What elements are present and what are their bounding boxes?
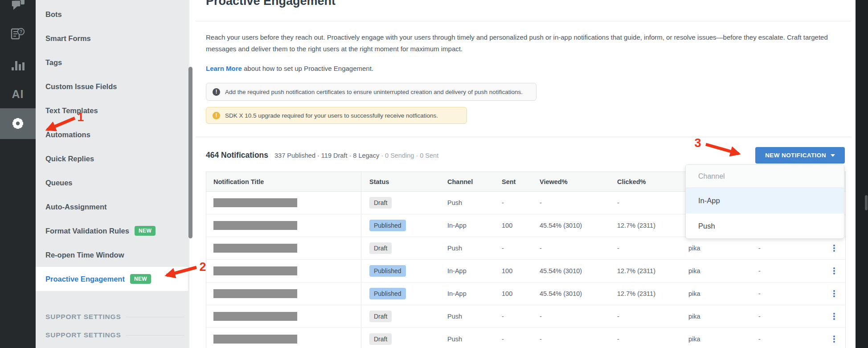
cell-creator: pika — [688, 313, 700, 320]
table-row[interactable]: DraftPush---pika- — [206, 237, 845, 260]
cell-channel: In-App — [447, 222, 467, 229]
sidebar-item-tags[interactable]: Tags — [36, 50, 188, 74]
sidebar-item-label: Automations — [45, 131, 90, 139]
sidebar-item-automations[interactable]: Automations — [36, 123, 188, 147]
sidebar-item-label: Text Templates — [45, 106, 98, 115]
sidebar-scrollbar[interactable] — [188, 67, 192, 238]
chat-icon — [10, 0, 25, 11]
exclamation-icon: ! — [213, 88, 220, 96]
status-badge: Published — [369, 288, 406, 299]
cell-sent: - — [502, 313, 504, 320]
sidebar-item-label: Proactive Engagement — [45, 275, 125, 283]
sidebar-item-label: Custom Issue Fields — [45, 82, 117, 91]
notification-title-placeholder — [213, 289, 297, 298]
column-header: Sent — [502, 178, 516, 185]
table-row[interactable]: PublishedIn-App10045.54% (3010)12.7% (23… — [206, 260, 845, 282]
notification-title-placeholder — [213, 312, 297, 321]
cell-viewed: - — [540, 245, 542, 252]
sidebar-item-smart-forms[interactable]: Smart Forms — [36, 26, 188, 50]
new-badge: NEW — [130, 274, 151, 284]
sidebar-item-label: Queues — [45, 179, 73, 187]
analytics-icon — [11, 59, 25, 71]
kebab-menu-icon[interactable] — [832, 266, 836, 276]
stats-muted: · 0 Sending · 0 Sent — [381, 152, 438, 159]
kebab-menu-icon[interactable] — [832, 289, 836, 299]
sidebar-item-proactive-engagement[interactable]: Proactive EngagementNEW — [36, 267, 188, 291]
cell-channel: In-App — [447, 267, 467, 274]
new-notification-button[interactable]: NEW NOTIFICATION — [755, 147, 845, 164]
sidebar-item-text-templates[interactable]: Text Templates — [36, 98, 188, 123]
cell-creator: pika — [688, 290, 700, 297]
notification-title-placeholder — [213, 221, 297, 230]
dropdown-option-in-app[interactable]: In-App — [686, 188, 844, 213]
cell-sent: - — [502, 336, 504, 343]
column-header: Status — [369, 178, 389, 185]
cell-clicked: - — [617, 336, 619, 343]
cell-col7: - — [758, 313, 761, 320]
kebab-menu-icon[interactable] — [832, 334, 836, 344]
sidebar-item-label: Quick Replies — [45, 155, 94, 163]
dropdown-option-push[interactable]: Push — [686, 213, 844, 239]
sidebar-item-quick-replies[interactable]: Quick Replies — [36, 147, 188, 171]
sidebar-section-support-settings-1: SUPPORT SETTINGS — [45, 313, 184, 321]
status-badge: Draft — [369, 311, 392, 322]
cell-sent: 100 — [502, 222, 512, 229]
cell-sent: - — [502, 245, 504, 252]
cell-col7: - — [758, 245, 761, 252]
cell-clicked: 12.7% (2311) — [617, 267, 655, 274]
dropdown-options: In-AppPush — [686, 188, 844, 239]
stats-primary: 337 Published · 119 Draft · 8 Legacy — [274, 152, 379, 159]
table-row[interactable]: PublishedIn-App10045.54% (3010)12.7% (23… — [206, 282, 845, 305]
section-header-rule — [126, 335, 184, 336]
table-row[interactable]: DraftPush---pika- — [206, 328, 845, 348]
title-divider — [196, 21, 851, 21]
cell-clicked: - — [617, 245, 619, 252]
cell-creator: pika — [688, 267, 700, 274]
column-header: Notification Title — [213, 178, 264, 185]
notifications-summary: 464 Notifications 337 Published · 119 Dr… — [206, 151, 438, 160]
column-divider — [361, 237, 361, 259]
section-header-label: SUPPORT SETTINGS — [45, 313, 121, 321]
ai-icon[interactable]: AI — [0, 87, 36, 101]
sidebar-item-custom-issue-fields[interactable]: Custom Issue Fields — [36, 74, 188, 98]
new-notification-label: NEW NOTIFICATION — [765, 152, 826, 159]
cell-creator: pika — [688, 245, 700, 252]
sidebar-item-queues[interactable]: Queues — [36, 171, 188, 195]
chat-icon[interactable] — [0, 0, 36, 12]
right-scrollbar-thumb[interactable] — [865, 195, 868, 210]
cell-channel: Push — [447, 313, 462, 320]
channel-dropdown-menu: Channel In-AppPush — [685, 164, 844, 239]
cell-clicked: - — [617, 199, 619, 206]
notification-title-placeholder — [213, 266, 297, 275]
learn-more-link[interactable]: Learn More — [206, 65, 242, 72]
gear-icon — [11, 116, 25, 131]
settings-icon[interactable] — [0, 116, 36, 131]
notifications-stats: 337 Published · 119 Draft · 8 Legacy · 0… — [274, 152, 438, 159]
page-description: Reach your users before they reach out. … — [206, 32, 853, 55]
faq-icon[interactable]: ? — [0, 27, 36, 42]
status-badge: Draft — [369, 242, 392, 254]
sidebar-list: BotsSmart FormsTagsCustom Issue FieldsTe… — [36, 0, 188, 291]
kebab-menu-icon[interactable] — [832, 311, 836, 321]
sdk-upgrade-alert: ! SDK X 10.5 upgrade required for your u… — [206, 107, 467, 124]
cell-sent: - — [502, 199, 504, 206]
column-divider — [361, 214, 361, 237]
cell-viewed: - — [540, 199, 542, 206]
status-badge: Draft — [369, 333, 392, 345]
sidebar-item-auto-assignment[interactable]: Auto-Assignment — [36, 195, 188, 219]
sidebar-item-format-validation-rules[interactable]: Format Validation RulesNEW — [36, 219, 188, 243]
page-title: Proactive Engagement — [206, 0, 336, 8]
push-certificates-alert: ! Add the required push notification cer… — [206, 83, 536, 101]
dropdown-header-channel: Channel — [686, 165, 844, 188]
exclamation-icon: ! — [213, 112, 220, 119]
cell-viewed: 45.54% (3010) — [540, 290, 582, 297]
kebab-menu-icon[interactable] — [832, 243, 836, 253]
ai-icon-label: AI — [12, 88, 24, 101]
table-row[interactable]: DraftPush---pika- — [206, 305, 845, 328]
cell-viewed: - — [540, 313, 542, 320]
sidebar-item-bots[interactable]: Bots — [36, 2, 188, 26]
analytics-icon[interactable] — [0, 58, 36, 72]
cell-creator: pika — [688, 336, 700, 343]
cell-viewed: - — [540, 336, 542, 343]
sidebar-item-re-open-time-window[interactable]: Re-open Time Window — [36, 243, 188, 267]
